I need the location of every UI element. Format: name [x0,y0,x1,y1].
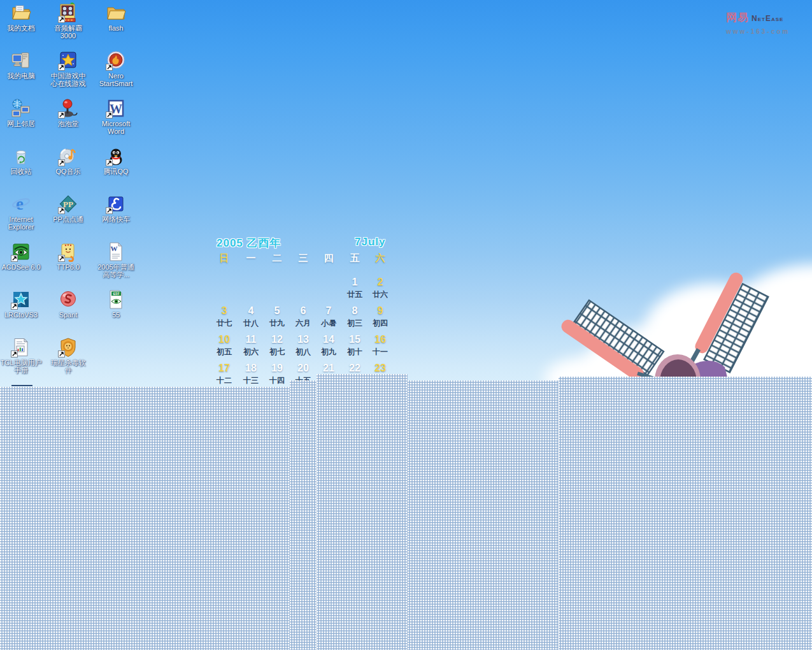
acdsee-eye-icon [11,242,31,262]
icon-label: Internet Explorer [0,215,44,231]
shortcut-arrow-icon [58,16,65,23]
calendar-day-number: 21 [316,363,341,374]
calendar-weekday: 日 [211,252,237,264]
netease-url: www-163-com [726,28,806,35]
dither-region [408,380,559,650]
shortcut-arrow-icon [11,255,18,262]
audio-player-icon [58,3,78,23]
shortcut-arrow-icon [11,350,18,358]
calendar-weekday: 二 [264,252,290,264]
calendar-day-number: 11 [238,334,264,345]
calendar-day-number: 5 [264,305,290,317]
calendar-day-lunar: 十三 [237,375,265,386]
calendar-day-lunar: 初九 [315,347,343,358]
red-sphere-icon [58,289,78,310]
icon-label: 2005年普通 高等学... [93,263,139,278]
recycle-bin-icon [11,146,31,166]
shortcut-arrow-icon [106,64,113,71]
calendar-day-number: 22 [342,363,367,374]
game-star-icon [58,50,78,71]
svg-text:GIF: GIF [113,292,120,296]
word-document-icon: W [106,242,126,262]
icon-label: 中国游戏中 心在线游戏 [45,72,91,87]
calendar-weekday: 一 [238,252,264,264]
dither-region [559,377,812,650]
calendar-day-number: 6 [290,305,316,317]
icon-label: 我的电脑 [0,72,44,80]
icon-label: 瑞星杀毒软 件 [45,359,91,374]
music-cd-icon [58,146,78,166]
calendar-day-number: 9 [367,305,393,317]
ie-e-icon: e [11,194,31,214]
calendar-day-lunar: 初七 [263,347,291,358]
calendar-month-title: 7July [355,236,385,249]
calendar-day-lunar: 初十 [341,347,369,358]
shortcut-arrow-icon [106,112,113,119]
calendar-weekday: 五 [342,252,367,264]
calendar-day-number: 20 [290,363,316,374]
calendar-day-lunar: 廿六 [366,289,394,300]
shortcut-arrow-icon [58,159,65,166]
qq-penguin-icon [106,146,126,166]
calendar-day-number: 13 [290,334,316,345]
calendar-weekday: 三 [290,252,316,264]
documents-folder-icon [11,3,31,23]
calendar-day-number: 1 [342,277,367,288]
ttplayer-face-icon [58,242,78,262]
icon-label: Nero StartSmart [93,72,139,87]
shortcut-arrow-icon [58,112,65,119]
calendar-day-lunar: 十一 [366,347,394,358]
gif-file-icon: GIF [106,289,126,310]
windmill-illustration [541,252,812,389]
netease-watermark: 网易NetEase www-163-com [726,10,806,35]
icon-label: 泡泡堂 [45,120,91,127]
calendar-day-number: 4 [238,305,264,317]
icon-label: 55 [93,311,139,319]
shortcut-arrow-icon [106,159,113,166]
icon-label: 网上邻居 [0,120,44,127]
calendar-day-number: 14 [316,334,341,345]
calendar-day-lunar: 十二 [210,375,238,386]
icon-label: Spant [45,311,91,319]
icon-label: TCL电脑用户 手册 [0,359,44,374]
calendar-day-lunar: 廿九 [263,318,291,329]
pp-diamond-icon: PP [58,194,78,214]
lion-shield-icon [58,337,78,358]
calendar-day-lunar: 廿五 [341,289,369,300]
calendar-day-number: 7 [316,305,341,317]
calendar-day-number: 8 [342,305,367,317]
calendar-day-lunar: 初五 [210,347,238,358]
calendar-day-lunar: 十四 [263,375,291,386]
calendar-day-lunar: 初八 [289,347,317,358]
computer-icon [11,50,31,71]
svg-text:W: W [111,245,118,252]
joystick-icon [58,98,78,119]
windmill-left-blade [559,295,664,384]
calendar-day-number: 18 [238,363,264,374]
shortcut-arrow-icon [58,64,65,71]
calendar-day-number: 10 [211,334,237,345]
calendar-weekday: 六 [367,252,393,264]
calendar-day-lunar: 廿七 [210,318,238,329]
shortcut-arrow-icon [58,255,65,262]
dither-region [290,380,317,650]
shortcut-arrow-icon [58,350,65,358]
icon-label: Microsoft Word [93,120,139,135]
icon-label: QQ音乐 [45,168,91,175]
svg-text:e: e [16,194,24,213]
manual-document-icon [11,337,31,358]
calendar-widget: 2005 乙酉年 7July 日一二三四五六1廿五2廿六3廿七4廿八5廿九6六月… [210,236,401,386]
calendar-day-lunar: 廿八 [237,318,265,329]
shortcut-arrow-icon [58,207,65,214]
calendar-day-number: 16 [367,334,393,345]
netease-brand-en: NetEase [751,14,783,23]
word-w-icon: W [106,98,126,119]
calendar-day-number: 17 [211,363,237,374]
calendar-year-title: 2005 乙酉年 [217,236,281,250]
icon-label: 音频解霸 3000 [45,24,91,40]
icon-label: TTP6.0 [45,263,91,271]
blue-star-icon [11,289,31,310]
calendar-day-number: 3 [211,305,237,317]
windmill-right-blade [691,270,771,372]
netease-brand: 网易NetEase [726,10,806,25]
